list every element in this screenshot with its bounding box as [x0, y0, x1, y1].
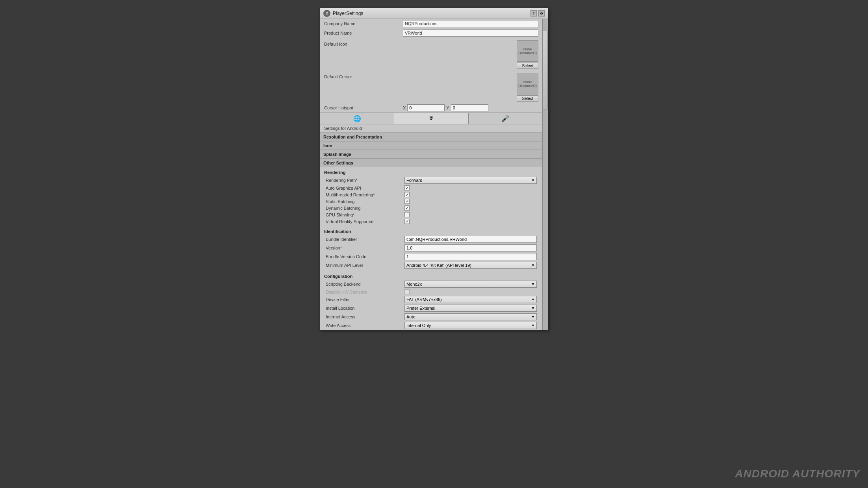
- company-name-label: Company Name: [324, 21, 403, 26]
- version-input[interactable]: [404, 244, 537, 251]
- default-cursor-section: Default Cursor None(Texture2D) Select: [320, 71, 542, 103]
- rendering-path-arrow: ▼: [531, 178, 535, 182]
- rendering-path-row: Rendering Path* Forward ▼: [320, 176, 542, 185]
- splash-section-header[interactable]: Splash Image: [320, 150, 542, 159]
- bundle-identifier-label: Bundle Identifier: [326, 237, 404, 242]
- rendering-subsection-header: Rendering: [320, 169, 542, 176]
- min-api-level-label: Minimum API Level: [326, 263, 404, 268]
- default-icon-select-button[interactable]: Select: [517, 63, 538, 69]
- internet-access-value: Auto: [406, 314, 415, 319]
- company-name-value: [403, 20, 538, 27]
- scripting-backend-row: Scripting Backend Mono2x ▼: [320, 280, 542, 288]
- min-api-level-arrow: ▼: [531, 263, 535, 267]
- bundle-version-code-input[interactable]: [404, 253, 537, 260]
- identification-label: Identification: [324, 229, 351, 234]
- window-title: PlayerSettings: [333, 11, 363, 16]
- resolution-section-label: Resolution and Presentation: [323, 135, 382, 139]
- auto-graphics-checkbox[interactable]: ✓: [404, 185, 410, 190]
- identification-subsection-header: Identification: [320, 228, 542, 235]
- static-batching-row: Static Batching ✓: [320, 198, 542, 205]
- cursor-texture-label: None(Texture2D): [518, 80, 537, 88]
- static-batching-label: Static Batching: [326, 199, 404, 204]
- device-filter-row: Device Filter FAT (ARMv7+x86) ▼: [320, 295, 542, 304]
- multithreaded-label: Multithreaded Rendering*: [326, 192, 404, 197]
- static-batching-checkbox[interactable]: ✓: [404, 199, 410, 204]
- hotspot-x-input[interactable]: [407, 104, 445, 111]
- vr-supported-label: Virtual Reality Supported: [326, 219, 404, 224]
- dynamic-batching-checkbox[interactable]: ✓: [404, 205, 410, 211]
- device-filter-dropdown[interactable]: FAT (ARMv7+x86) ▼: [404, 296, 537, 303]
- main-content: Company Name Product Name Default Icon N…: [320, 19, 542, 330]
- scrollbar-thumb[interactable]: [542, 31, 548, 109]
- configuration-subsection-header: Configuration: [320, 273, 542, 280]
- rendering-path-label: Rendering Path*: [326, 178, 404, 183]
- vr-supported-row: Virtual Reality Supported ✓: [320, 218, 542, 225]
- install-location-dropdown[interactable]: Prefer External ▼: [404, 305, 537, 312]
- company-name-input[interactable]: [403, 20, 538, 27]
- title-bar: ⚙ PlayerSettings ? ⚙: [320, 8, 548, 19]
- install-location-arrow: ▼: [531, 306, 535, 310]
- disable-hw-stats-label: Disable HW Statistics: [326, 290, 404, 294]
- hotspot-y-label: Y: [446, 105, 449, 110]
- icon-section-label: Icon: [323, 143, 332, 148]
- multithreaded-row: Multithreaded Rendering* ✓: [320, 191, 542, 198]
- internet-access-row: Internet Access Auto ▼: [320, 312, 542, 321]
- default-icon-box: None(Texture2D) Select: [517, 40, 538, 69]
- internet-access-dropdown[interactable]: Auto ▼: [404, 313, 537, 320]
- icon-section-header[interactable]: Icon: [320, 141, 542, 150]
- write-access-arrow: ▼: [531, 323, 535, 327]
- disable-hw-stats-checkbox[interactable]: [404, 289, 410, 294]
- default-icon-placeholder: None(Texture2D): [517, 40, 538, 62]
- scripting-backend-dropdown[interactable]: Mono2x ▼: [404, 281, 537, 288]
- multithreaded-checkbox[interactable]: ✓: [404, 192, 410, 197]
- other-settings-section-header[interactable]: Other Settings: [320, 159, 542, 167]
- title-bar-left: ⚙ PlayerSettings: [323, 10, 363, 17]
- gpu-skinning-checkbox[interactable]: [404, 212, 410, 217]
- auto-graphics-row: Auto Graphics API ✓: [320, 185, 542, 191]
- version-label: Version*: [326, 246, 404, 250]
- other-settings-label: Other Settings: [323, 161, 353, 165]
- rendering-label: Rendering: [324, 170, 345, 175]
- write-access-dropdown[interactable]: Internal Only ▼: [404, 322, 537, 329]
- auto-graphics-label: Auto Graphics API: [326, 186, 404, 190]
- device-filter-arrow: ▼: [531, 298, 535, 301]
- resolution-section-header[interactable]: Resolution and Presentation: [320, 133, 542, 141]
- internet-access-label: Internet Access: [326, 314, 404, 319]
- rendering-path-value: Forward: [406, 178, 422, 183]
- gpu-skinning-row: GPU Skinning*: [320, 211, 542, 218]
- ios-icon: 🎤: [501, 115, 509, 122]
- help-button[interactable]: ?: [530, 10, 537, 17]
- vr-supported-checkbox[interactable]: ✓: [404, 219, 410, 224]
- settings-button[interactable]: ⚙: [538, 10, 545, 17]
- android-icon: 🎙: [428, 115, 434, 122]
- company-name-row: Company Name: [320, 19, 542, 28]
- default-icon-section: Default Icon None(Texture2D) Select: [320, 38, 542, 71]
- default-cursor-select-button[interactable]: Select: [517, 95, 538, 102]
- product-name-input[interactable]: [403, 30, 538, 37]
- product-name-value: [403, 30, 538, 37]
- min-api-level-dropdown[interactable]: Android 4.4 'Kit Kat' (API level 19) ▼: [404, 262, 537, 269]
- tab-ios[interactable]: 🎤: [469, 113, 542, 124]
- tab-android[interactable]: 🎙: [394, 113, 468, 124]
- internet-access-arrow: ▼: [531, 315, 535, 319]
- bundle-identifier-row: Bundle Identifier: [320, 235, 542, 244]
- disable-hw-stats-row: Disable HW Statistics: [320, 288, 542, 295]
- min-api-level-row: Minimum API Level Android 4.4 'Kit Kat' …: [320, 261, 542, 270]
- tab-standalone[interactable]: 🌐: [320, 113, 394, 124]
- dynamic-batching-label: Dynamic Batching: [326, 206, 404, 211]
- bundle-identifier-input[interactable]: [404, 236, 537, 243]
- product-name-row: Product Name: [320, 28, 542, 38]
- default-cursor-placeholder: None(Texture2D): [517, 73, 538, 94]
- scripting-backend-value: Mono2x: [406, 282, 422, 287]
- default-cursor-box: None(Texture2D) Select: [517, 73, 538, 102]
- gpu-skinning-label: GPU Skinning*: [326, 213, 404, 217]
- rendering-path-dropdown[interactable]: Forward ▼: [404, 177, 537, 184]
- hotspot-inputs: X Y: [403, 104, 488, 111]
- hotspot-y-input[interactable]: [451, 104, 488, 111]
- cursor-hotspot-row: Cursor Hotspot X Y: [320, 103, 542, 113]
- version-row: Version*: [320, 244, 542, 252]
- scripting-backend-arrow: ▼: [531, 282, 535, 286]
- dynamic-batching-row: Dynamic Batching ✓: [320, 205, 542, 211]
- app-icon: ⚙: [323, 10, 330, 17]
- write-access-row: Write Access Internal Only ▼: [320, 321, 542, 330]
